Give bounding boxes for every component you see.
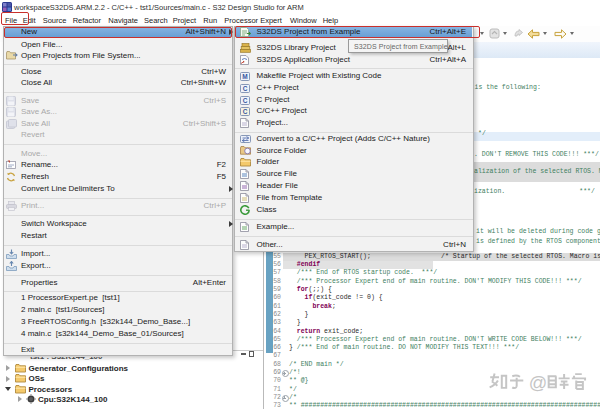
svg-text:C: C — [242, 97, 247, 104]
svg-text:C: C — [242, 108, 247, 115]
svg-text:@: @ — [529, 373, 547, 393]
svg-text:M: M — [242, 73, 247, 80]
svg-text:C: C — [242, 85, 247, 92]
